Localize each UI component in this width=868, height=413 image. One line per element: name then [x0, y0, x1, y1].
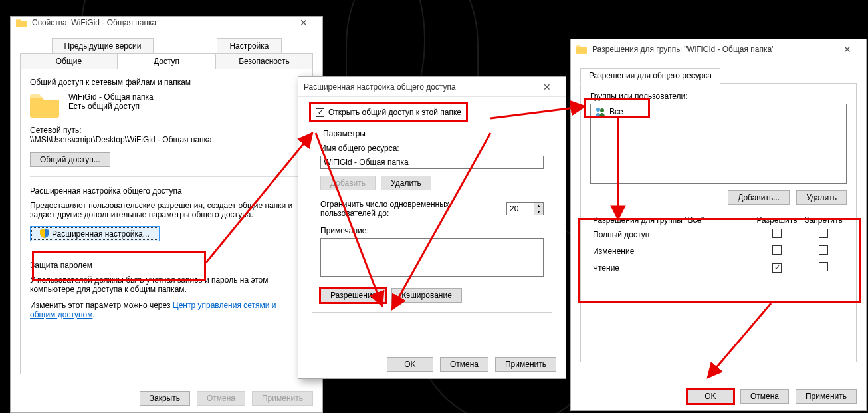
ok-button[interactable]: OK: [387, 357, 433, 372]
ok-button[interactable]: OK: [687, 389, 734, 404]
shield-icon: [40, 229, 49, 238]
advanced-settings-label: Расширенная настройка...: [52, 229, 150, 239]
titlebar[interactable]: Свойства: WiFiGid - Общая папка ✕: [11, 17, 322, 29]
table-row: Полный доступ: [590, 226, 847, 243]
share-heading: Общий доступ к сетевым файлам и папкам: [30, 78, 303, 87]
share-folder-checkbox[interactable]: Открыть общий доступ к этой папке: [310, 104, 467, 121]
titlebar[interactable]: Расширенная настройка общего доступа ✕: [298, 77, 566, 97]
folder-icon: [30, 92, 59, 118]
close-button[interactable]: Закрыть: [140, 391, 190, 406]
parameters-group: Параметры Имя общего ресурса: Добавить У…: [312, 129, 552, 313]
remove-button[interactable]: Удалить: [381, 176, 431, 190]
permissions-table-header: Разрешения для группы "Все": [590, 214, 754, 226]
deny-checkbox[interactable]: [819, 262, 828, 271]
col-deny: Запретить: [800, 214, 847, 226]
password-link-prefix: Изменить этот параметр можно через: [30, 301, 173, 310]
add-button[interactable]: Добавить...: [728, 190, 790, 205]
apply-button: Применить: [252, 391, 313, 406]
advanced-settings-button[interactable]: Расширенная настройка...: [30, 226, 160, 241]
share-name-input[interactable]: [320, 156, 544, 169]
table-row: Чтение: [590, 259, 847, 276]
note-textarea[interactable]: [320, 238, 544, 277]
spin-down-icon[interactable]: ▼: [534, 209, 543, 215]
deny-checkbox[interactable]: [819, 245, 828, 255]
cancel-button[interactable]: Отмена: [740, 389, 789, 404]
advanced-desc: Предоставляет пользовательские разрешени…: [30, 201, 303, 219]
share-name-label: Имя общего ресурса:: [320, 144, 544, 153]
password-desc: У пользователей должны быть учетная запи…: [30, 275, 303, 294]
cancel-button: Отмена: [197, 391, 245, 406]
tab-general[interactable]: Общие: [20, 53, 118, 69]
permissions-window: Разрешения для группы "WiFiGid - Общая п…: [570, 39, 867, 411]
window-title: Свойства: WiFiGid - Общая папка: [32, 18, 290, 27]
window-title: Разрешения для группы "WiFiGid - Общая п…: [592, 45, 834, 54]
close-icon[interactable]: ✕: [834, 39, 861, 59]
note-label: Примечание:: [320, 226, 544, 235]
folder-icon: [576, 45, 587, 54]
permission-label: Чтение: [590, 259, 754, 276]
tab-customize[interactable]: Настройка: [217, 38, 281, 54]
groups-label: Группы или пользователи:: [590, 92, 847, 101]
svg-point-0: [596, 108, 600, 112]
share-folder-label: Открыть общий доступ к этой папке: [328, 108, 461, 117]
tab-security[interactable]: Безопасность: [215, 53, 313, 69]
list-item-label: Все: [609, 107, 623, 116]
apply-button[interactable]: Применить: [495, 357, 556, 372]
permissions-table: Разрешения для группы "Все" Разрешить За…: [590, 214, 847, 276]
advanced-heading: Расширенная настройка общего доступа: [30, 186, 303, 196]
svg-point-1: [600, 108, 604, 112]
netpath-label: Сетевой путь:: [30, 126, 303, 135]
close-icon[interactable]: ✕: [290, 17, 317, 29]
advanced-sharing-window: Расширенная настройка общего доступа ✕ О…: [298, 76, 566, 379]
groups-listbox[interactable]: Все: [590, 104, 847, 184]
list-item[interactable]: Все: [592, 106, 845, 118]
share-status: Есть общий доступ: [68, 102, 154, 111]
allow-checkbox[interactable]: [772, 229, 782, 238]
permission-label: Полный доступ: [590, 226, 754, 243]
tab-sharing[interactable]: Доступ: [118, 53, 215, 69]
titlebar[interactable]: Разрешения для группы "WiFiGid - Общая п…: [571, 39, 866, 59]
folder-name: WiFiGid - Общая папка: [68, 92, 154, 102]
apply-button[interactable]: Применить: [796, 389, 857, 404]
limit-label: Ограничить число одновременных пользоват…: [320, 200, 500, 218]
caching-button[interactable]: Кэширование: [391, 288, 462, 303]
folder-icon: [16, 18, 27, 27]
deny-checkbox[interactable]: [819, 229, 828, 238]
remove-button[interactable]: Удалить: [796, 190, 847, 205]
col-allow: Разрешить: [754, 214, 800, 226]
netpath-value: \\MSI\Users\cmipr\Desktop\WiFiGid - Обща…: [30, 135, 303, 144]
allow-checkbox[interactable]: [772, 245, 782, 255]
properties-window: Свойства: WiFiGid - Общая папка ✕ Предыд…: [10, 16, 323, 413]
password-heading: Защита паролем: [30, 261, 303, 270]
spin-up-icon[interactable]: ▲: [534, 203, 543, 209]
limit-spinner[interactable]: ▲ ▼: [506, 202, 544, 215]
add-button: Добавить: [320, 176, 376, 190]
share-button[interactable]: Общий доступ...: [30, 152, 110, 167]
parameters-legend: Параметры: [320, 129, 368, 138]
checkbox-icon: [316, 108, 324, 117]
table-row: Изменение: [590, 243, 847, 259]
window-title: Расширенная настройка общего доступа: [304, 82, 534, 92]
cancel-button[interactable]: Отмена: [440, 357, 488, 372]
close-icon[interactable]: ✕: [534, 77, 560, 96]
allow-checkbox[interactable]: [772, 263, 782, 273]
users-icon: [595, 107, 605, 116]
permissions-button[interactable]: Разрешения: [320, 288, 386, 303]
tab-share-permissions[interactable]: Разрешения для общего ресурса: [580, 68, 720, 84]
tab-previous-versions[interactable]: Предыдущие версии: [52, 38, 154, 54]
permission-label: Изменение: [590, 243, 754, 259]
